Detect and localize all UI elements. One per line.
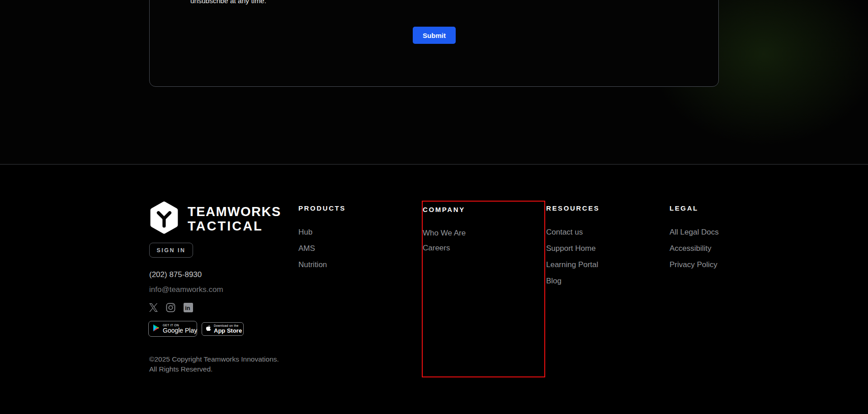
email-address[interactable]: info@teamworks.com [149, 285, 223, 294]
page: unsubscribe at any time. Submit TEAMWORK… [0, 0, 868, 414]
brand-logo[interactable]: TEAMWORKS TACTICAL [149, 201, 281, 236]
social-links: in [149, 303, 193, 312]
x-icon[interactable] [149, 303, 158, 312]
footer-link-privacy-policy[interactable]: Privacy Policy [670, 260, 717, 269]
footer-link-ams[interactable]: AMS [298, 244, 315, 253]
sign-in-button[interactable]: SIGN IN [149, 243, 193, 258]
copyright-line-1: ©2025 Copyright Teamworks Innovations. [149, 354, 279, 364]
footer-link-contact-us[interactable]: Contact us [546, 228, 583, 237]
footer-link-accessibility[interactable]: Accessibility [670, 244, 712, 253]
footer-link-nutrition[interactable]: Nutrition [298, 260, 327, 269]
footer-link-hub[interactable]: Hub [298, 228, 312, 237]
footer: TEAMWORKS TACTICAL SIGN IN (202) 875-893… [0, 165, 868, 414]
linkedin-icon[interactable]: in [184, 303, 193, 312]
newsletter-section: unsubscribe at any time. Submit [0, 0, 868, 165]
copyright: ©2025 Copyright Teamworks Innovations. A… [149, 354, 279, 374]
teamworks-hexagon-icon [149, 201, 179, 236]
newsletter-form-card: unsubscribe at any time. Submit [149, 0, 719, 87]
app-store-name: App Store [214, 328, 242, 334]
instagram-icon[interactable] [166, 303, 175, 312]
google-play-store-name: Google Play [163, 327, 197, 334]
submit-button[interactable]: Submit [413, 27, 456, 44]
copyright-line-2: All Rights Reserved. [149, 364, 279, 374]
footer-link-who-we-are[interactable]: Who We Are [423, 229, 466, 238]
brand-line-2: TACTICAL [188, 219, 281, 233]
brand-line-1: TEAMWORKS [188, 204, 281, 219]
footer-link-learning-portal[interactable]: Learning Portal [546, 260, 598, 269]
app-badges: GET IT ON Google Play Download on the Ap… [148, 321, 244, 337]
apple-icon [206, 325, 211, 333]
footer-link-careers[interactable]: Careers [423, 244, 450, 253]
google-play-icon [153, 324, 160, 334]
google-play-badge[interactable]: GET IT ON Google Play [148, 321, 197, 337]
app-store-badge[interactable]: Download on the App Store [202, 322, 244, 336]
column-heading-legal: LEGAL [670, 204, 698, 212]
column-heading-resources: RESOURCES [546, 204, 599, 212]
unsubscribe-disclaimer: unsubscribe at any time. [190, 0, 266, 5]
column-heading-products: PRODUCTS [298, 204, 346, 212]
footer-link-all-legal-docs[interactable]: All Legal Docs [670, 228, 719, 237]
footer-link-blog[interactable]: Blog [546, 277, 561, 286]
phone-number[interactable]: (202) 875-8930 [149, 270, 202, 279]
brand-wordmark: TEAMWORKS TACTICAL [188, 204, 281, 233]
footer-link-support-home[interactable]: Support Home [546, 244, 596, 253]
column-heading-company: COMPANY [423, 206, 465, 213]
svg-text:in: in [185, 305, 190, 311]
